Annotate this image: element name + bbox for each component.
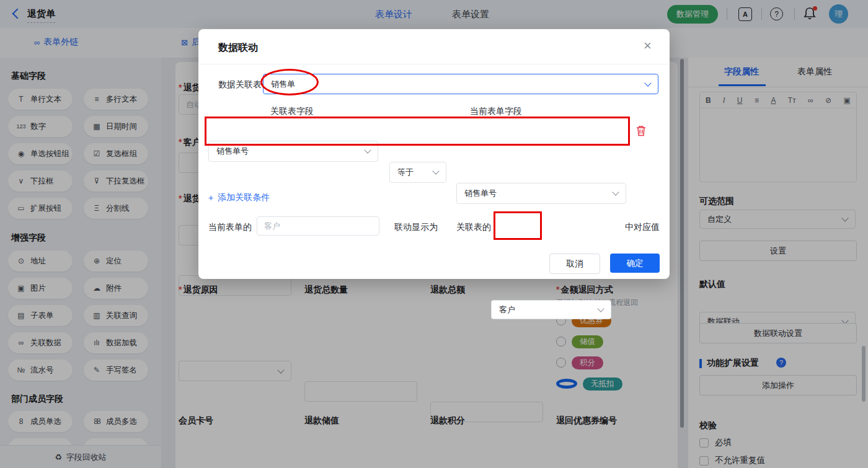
select-value: 销售单号 bbox=[464, 188, 497, 199]
condition-right-select[interactable]: 销售单号 bbox=[456, 183, 626, 204]
relation-table-select[interactable]: 销售单 bbox=[263, 74, 658, 94]
relation-table-prefix: 关联表的 bbox=[456, 222, 491, 233]
condition-operator-select[interactable]: 等于 bbox=[389, 162, 446, 183]
confirm-button[interactable]: 确定 bbox=[610, 254, 660, 273]
linkage-display-label: 联动显示为 bbox=[394, 222, 438, 233]
add-condition-link[interactable]: + 添加关联条件 bbox=[208, 192, 270, 203]
select-value: 客户 bbox=[499, 304, 515, 316]
current-form-prefix: 当前表单的 bbox=[208, 222, 252, 233]
relation-table-label: 数据关联表 bbox=[218, 79, 262, 91]
column-header-left: 关联表字段 bbox=[270, 106, 314, 117]
add-condition-label: 添加关联条件 bbox=[218, 192, 270, 203]
annotation-rect-condition bbox=[205, 117, 630, 146]
select-value: 销售单号 bbox=[216, 146, 249, 157]
annotation-ellipse bbox=[260, 69, 319, 95]
data-linkage-modal: 数据联动 × 数据关联表 销售单 关联表字段 当前表单字段 销售单号 等于 销售… bbox=[198, 29, 670, 279]
modal-title: 数据联动 bbox=[218, 42, 258, 55]
app-screen: 退货单 表单设计 表单设置 数据管理 A ? 理 ∞ 表单外链 ⊠ 后端脚本 ▥… bbox=[0, 0, 868, 468]
delete-condition-icon[interactable] bbox=[636, 125, 646, 139]
current-form-field-input[interactable] bbox=[257, 216, 379, 236]
cancel-button[interactable]: 取消 bbox=[549, 254, 600, 274]
column-header-right: 当前表单字段 bbox=[470, 106, 522, 117]
relation-field-select[interactable]: 客户 bbox=[491, 300, 611, 319]
close-icon[interactable]: × bbox=[644, 39, 652, 53]
divider bbox=[198, 64, 670, 64]
annotation-rect-customer bbox=[494, 211, 542, 240]
corresponding-value-suffix: 中对应值 bbox=[625, 222, 660, 233]
plus-icon: + bbox=[208, 193, 213, 203]
select-value: 等于 bbox=[397, 167, 414, 178]
